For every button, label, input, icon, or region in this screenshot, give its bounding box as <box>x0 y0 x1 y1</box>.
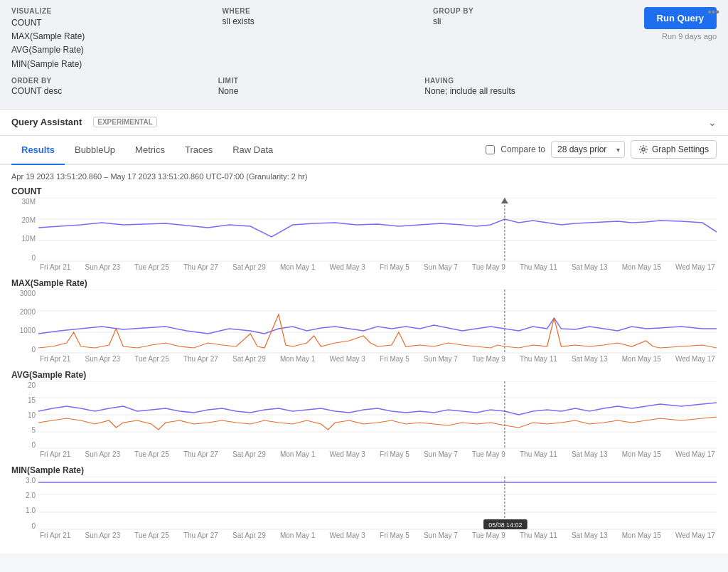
limit-label: LIMIT <box>218 77 397 85</box>
chart-max: MAX(Sample Rate) 3000 2000 1000 0 <box>11 278 717 363</box>
min-y-20: 2.0 <box>11 492 36 499</box>
chart-avg: AVG(Sample Rate) 20 15 10 5 0 <box>11 370 717 458</box>
qa-label: Query Assistant <box>11 117 82 127</box>
where-group: WHERE sli exists <box>223 7 405 26</box>
chart-min: MIN(Sample Rate) 3.0 2.0 1.0 0 <box>11 465 717 539</box>
order-by-group: ORDER BY COUNT desc <box>11 77 190 96</box>
min-y-30: 3.0 <box>11 477 36 484</box>
group-by-group: GROUP BY sli <box>433 7 616 26</box>
count-y-0: 0 <box>11 254 36 262</box>
count-y-20m: 20M <box>11 216 36 224</box>
time-range-label: Apr 19 2023 13:51:20.860 – May 17 2023 1… <box>11 172 717 181</box>
visualize-label: VISUALIZE <box>11 7 194 15</box>
visualize-group: VISUALIZE COUNT MAX(Sample Rate) AVG(Sam… <box>11 7 194 71</box>
chart-count-title: COUNT <box>11 186 717 196</box>
having-value: None; include all results <box>424 86 603 96</box>
max-y-3000: 3000 <box>11 290 36 297</box>
min-y-10: 1.0 <box>11 507 36 514</box>
where-label: WHERE <box>223 7 405 15</box>
run-ago: Run 9 days ago <box>662 32 717 41</box>
qa-left: Query Assistant EXPERIMENTAL <box>11 117 157 127</box>
count-chart-svg <box>38 198 717 262</box>
visualize-max: MAX(Sample Rate) <box>11 30 194 43</box>
limit-group: LIMIT None <box>218 77 397 96</box>
min-x-labels: Fri Apr 21Sun Apr 23Tue Apr 25Thu Apr 27… <box>38 531 717 539</box>
svg-marker-6 <box>501 198 508 203</box>
having-label: HAVING <box>424 77 603 85</box>
avg-y-15: 15 <box>11 396 36 404</box>
run-group: Run Query Run 9 days ago <box>644 7 717 41</box>
avg-chart-svg <box>38 381 717 449</box>
query-row-1: VISUALIZE COUNT MAX(Sample Rate) AVG(Sam… <box>11 7 717 71</box>
tab-bubbleup[interactable]: BubbleUp <box>65 136 125 165</box>
qa-badge: EXPERIMENTAL <box>93 117 157 127</box>
query-assistant-bar: Query Assistant EXPERIMENTAL ⌄ <box>0 110 728 136</box>
compare-checkbox[interactable] <box>486 145 495 154</box>
min-chart-svg: 05/08 14:02 <box>38 477 717 530</box>
svg-point-0 <box>642 148 645 151</box>
charts-area: Apr 19 2023 13:51:20.860 – May 17 2023 1… <box>0 165 728 554</box>
order-by-label: ORDER BY <box>11 77 190 85</box>
tab-rawdata[interactable]: Raw Data <box>223 136 283 165</box>
tab-results[interactable]: Results <box>11 136 65 165</box>
max-y-1000: 1000 <box>11 327 36 334</box>
svg-text:05/08 14:02: 05/08 14:02 <box>488 521 522 529</box>
tab-traces[interactable]: Traces <box>175 136 223 165</box>
query-row-2: ORDER BY COUNT desc LIMIT None HAVING No… <box>11 77 717 96</box>
visualize-min: MIN(Sample Rate) <box>11 58 194 71</box>
graph-settings-button[interactable]: Graph Settings <box>631 140 717 159</box>
max-y-2000: 2000 <box>11 308 36 316</box>
avg-y-0: 0 <box>11 441 36 449</box>
count-y-10m: 10M <box>11 235 36 243</box>
run-query-button[interactable]: Run Query <box>644 7 717 29</box>
query-panel: VISUALIZE COUNT MAX(Sample Rate) AVG(Sam… <box>0 0 728 110</box>
tabs-bar: Results BubbleUp Metrics Traces Raw Data… <box>0 136 728 165</box>
qa-chevron-icon[interactable]: ⌄ <box>708 117 717 128</box>
avg-y-20: 20 <box>11 381 36 389</box>
min-y-0: 0 <box>11 522 36 530</box>
visualize-avg: AVG(Sample Rate) <box>11 43 194 57</box>
compare-select[interactable]: 28 days prior 7 days prior 1 day prior <box>551 141 625 158</box>
query-panel-wrapper: VISUALIZE COUNT MAX(Sample Rate) AVG(Sam… <box>0 0 728 110</box>
more-options-icon[interactable]: ••• <box>707 6 719 18</box>
order-by-value: COUNT desc <box>11 86 190 96</box>
max-chart-svg <box>38 290 717 354</box>
avg-y-10: 10 <box>11 411 36 419</box>
max-y-0: 0 <box>11 346 36 354</box>
gear-icon <box>638 144 648 154</box>
where-value: sli exists <box>223 16 405 26</box>
compare-area: Compare to 28 days prior 7 days prior 1 … <box>486 140 717 159</box>
group-by-value: sli <box>433 16 616 26</box>
group-by-label: GROUP BY <box>433 7 616 15</box>
count-y-30m: 30M <box>11 198 36 206</box>
tab-metrics[interactable]: Metrics <box>125 136 175 165</box>
avg-x-labels: Fri Apr 21Sun Apr 23Tue Apr 25Thu Apr 27… <box>38 450 717 458</box>
avg-y-5: 5 <box>11 426 36 434</box>
graph-settings-label: Graph Settings <box>652 144 709 154</box>
compare-to-label: Compare to <box>500 144 545 154</box>
visualize-values: COUNT MAX(Sample Rate) AVG(Sample Rate) … <box>11 16 194 71</box>
count-x-labels: Fri Apr 21Sun Apr 23Tue Apr 25Thu Apr 27… <box>38 263 717 271</box>
chart-max-title: MAX(Sample Rate) <box>11 278 717 288</box>
chart-avg-title: AVG(Sample Rate) <box>11 370 717 380</box>
chart-min-title: MIN(Sample Rate) <box>11 465 717 475</box>
visualize-count: COUNT <box>11 16 194 30</box>
chart-count: COUNT 30M 20M 10M 0 <box>11 186 717 271</box>
limit-value: None <box>218 86 397 96</box>
compare-select-wrapper: 28 days prior 7 days prior 1 day prior <box>551 141 625 158</box>
having-group: HAVING None; include all results <box>424 77 603 96</box>
max-x-labels: Fri Apr 21Sun Apr 23Tue Apr 25Thu Apr 27… <box>38 355 717 363</box>
